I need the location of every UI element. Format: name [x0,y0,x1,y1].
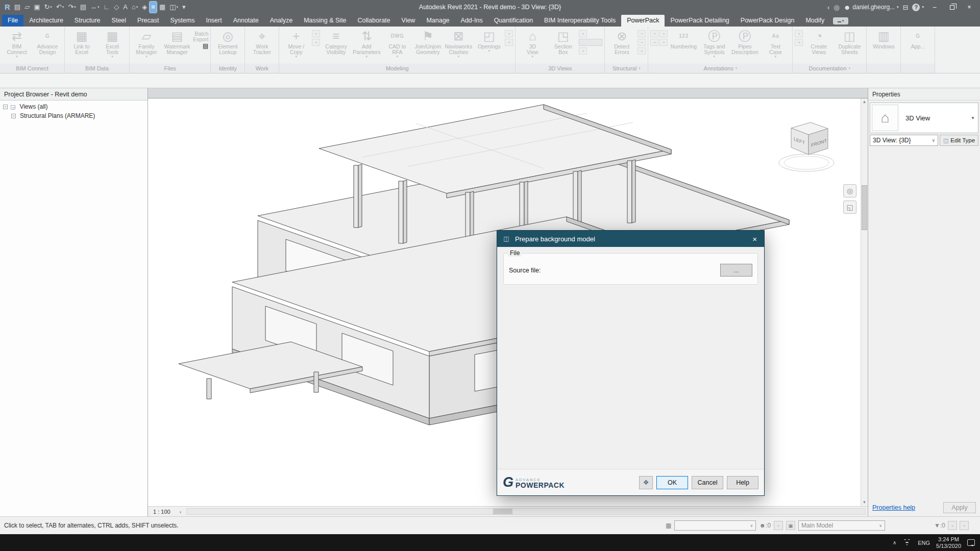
ribbon-tab-steel[interactable]: Steel [106,15,132,27]
ribbon-tab-structure[interactable]: Structure [69,15,106,27]
search-icon[interactable]: ◎ [834,4,839,11]
ribbon-tab-architecture[interactable]: Architecture [23,15,69,27]
drag-elements-toggle-icon[interactable]: ▫ [960,521,969,530]
help-menu[interactable]: ? ▾ [912,4,924,11]
ribbon-tab-massing-site[interactable]: Massing & Site [298,15,352,27]
ribbon-tab-powerpack-design[interactable]: PowerPack Design [735,15,800,27]
ribbon-tab-file[interactable]: File [2,15,23,27]
open-button[interactable]: ▱ [23,2,31,13]
ribbon-tab-systems[interactable]: Systems [164,15,200,27]
windows-button[interactable]: ▥Windows [869,28,898,49]
collapse-icon[interactable]: ‹ [180,509,182,515]
save-button[interactable]: ▣ [32,2,41,13]
ribbon-tab-manage[interactable]: Manage [421,15,455,27]
cut-icon[interactable]: ▪ [638,47,646,55]
3d-view-button[interactable]: ⌂3D View▾ [518,28,547,58]
panel-title[interactable]: Annotations▾ [648,64,792,73]
grid-reference-icon[interactable]: ▪ [795,39,803,46]
tags-and-symbols-button[interactable]: ⓅTags and Symbols▾ [699,28,729,58]
ok-button[interactable]: OK [656,476,688,489]
rebar-icon[interactable]: ▪ [638,30,646,37]
measure-button[interactable]: ↔▾ [89,2,101,13]
powerpack-help-icon[interactable]: ❖ [639,476,653,489]
ribbon-tab-analyze[interactable]: Analyze [264,15,298,27]
join-unjoin-geometry-button[interactable]: ⚑Join/Unjoin Geometry [413,28,443,55]
ribbon-tab-powerpack-detailing[interactable]: PowerPack Detailing [665,15,734,27]
tag-button[interactable]: ◇ [112,2,120,13]
exclude-options-icon[interactable]: ▫ [774,521,783,530]
vertical-scrollbar[interactable]: ▲ ▼ [861,98,868,506]
work-tracker-button[interactable]: ⌖Work Tracker [247,28,277,55]
customize-qat-button[interactable]: ▾ [181,2,187,13]
view-scale-control[interactable]: 1 : 100 [153,509,170,515]
ribbon-tab-precast[interactable]: Precast [132,15,164,27]
steering-wheel-icon[interactable]: ◎ [843,184,856,197]
panel-title[interactable]: Work [245,64,279,73]
batch-export-button[interactable]: Batch Export▤ [193,28,208,49]
minimize-button[interactable]: – [928,2,941,12]
view-reference-icon[interactable]: ▪ [795,30,803,37]
stirrup-icon[interactable]: ▪ [638,39,646,46]
panel-title[interactable] [901,64,935,73]
cancel-button[interactable]: Cancel [692,476,723,489]
advance-design-button[interactable]: GAdvance Design [33,28,62,55]
panel-title[interactable]: Identity [211,64,244,73]
panel-title[interactable]: Structural▾ [605,64,648,73]
ribbon-tab-annotate[interactable]: Annotate [228,15,264,27]
ribbon-tab-collaborate[interactable]: Collaborate [352,15,396,27]
scroll-up-icon[interactable]: ▲ [861,98,868,106]
restore-button[interactable] [945,2,959,12]
vertical-scroll-thumb[interactable] [862,185,867,230]
numbering-button[interactable]: 123Numbering [669,28,698,49]
language-indicator[interactable]: ENG [918,540,930,546]
editable-only-icon[interactable]: ☻:0 [759,522,771,529]
dialog-title-bar[interactable]: ◫ Prepare background model × [497,231,764,247]
pipes-description-button[interactable]: ⓅPipes Description [730,28,760,55]
action-center-icon[interactable] [967,539,975,546]
view-type-select[interactable]: 3D View: {3D} ∨ [870,135,938,146]
ribbon-tab-view[interactable]: View [396,15,421,27]
edit-type-button[interactable]: ◫ Edit Type [940,135,978,146]
cad-to-rfa-button[interactable]: DWGCAD to RFA▾ [382,28,412,58]
properties-help-link[interactable]: Properties help [872,504,915,511]
panel-title[interactable] [867,64,900,73]
thin-lines-button[interactable]: ≡ [150,2,157,13]
close-hidden-windows-button[interactable]: ▦ [158,2,167,13]
dim-chain-icon[interactable]: ▪ [650,30,658,37]
undo-button[interactable]: ↶▾ [55,2,65,13]
text-button[interactable]: A [121,2,129,13]
dialog-close-icon[interactable]: × [750,235,759,243]
ribbon-tab-add-ins[interactable]: Add-Ins [455,15,488,27]
panel-title[interactable]: BIM Connect [0,64,64,73]
walkthrough-icon[interactable]: ▪ [579,47,587,55]
tree-item-views-all-[interactable]: −◲Views (all) [0,102,148,111]
link-to-excel-button[interactable]: ▦Link to Excel [67,28,96,55]
sync-button[interactable]: ↻▾ [42,2,53,13]
select-links-toggle-icon[interactable]: ▫ [948,521,957,530]
redo-button[interactable]: ↷▾ [66,2,77,13]
account-menu[interactable]: ☻ daniel.gheorg... ▾ [844,4,899,11]
type-selector[interactable]: ⌂ 3D View ▼ [870,103,978,133]
text-case-button[interactable]: AaText Case▾ [761,28,790,58]
paint-icon[interactable]: ▪ [505,30,513,37]
collapse-icon[interactable]: − [3,105,8,109]
create-views-button[interactable]: ◔Create Views [804,28,834,55]
duplicate-sheets-button[interactable]: ◫Duplicate Sheets [835,28,864,55]
zoom-tool-icon[interactable]: ◱ [843,201,856,214]
apply-button[interactable]: Apply [943,502,976,513]
project-browser-title[interactable]: Project Browser - Revit demo [0,88,148,101]
worksets-icon[interactable]: ▦ [666,522,671,529]
panel-title[interactable]: BIM Data [65,64,129,73]
hatch-icon[interactable]: ▪ [505,39,513,46]
detect-errors-button[interactable]: ⊗Detect Errors [607,28,636,55]
section-box-button[interactable]: ◳Section Box [548,28,578,55]
align-icon[interactable]: ▪ [312,30,320,37]
print-button[interactable]: ▤ [79,2,88,13]
scroll-down-icon[interactable]: ▼ [861,499,868,506]
active-workset-select[interactable]: ∨ [674,520,756,531]
panel-title[interactable]: Documentation▾ [793,64,866,73]
camera-icon[interactable]: ▪ [579,30,587,37]
watermark-manager-button[interactable]: ▤Watermark Manager [162,28,192,55]
view-cube[interactable]: LEFT FRONT [777,118,843,175]
horizontal-scrollbar[interactable] [186,508,866,515]
